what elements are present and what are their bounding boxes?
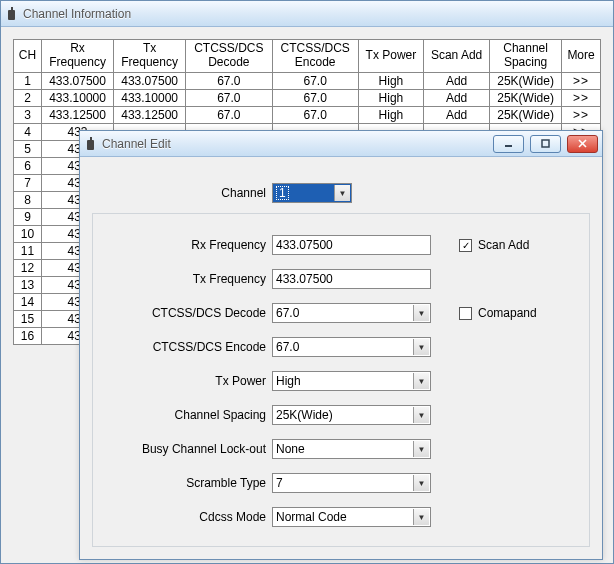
cell-ch: 16 [14,327,42,344]
svg-rect-5 [542,140,549,147]
cell-more: >> [562,72,601,89]
dialog-client: Channel 1 ▼ Rx Frequency 433.07500 ✓Scan… [80,157,602,559]
fieldset-border [92,213,590,547]
minimize-button[interactable] [493,135,524,153]
cell-ch: 8 [14,191,42,208]
cell-ch: 3 [14,106,42,123]
cell-ch: 6 [14,157,42,174]
channel-label: Channel [92,186,272,200]
cell-ch: 1 [14,72,42,89]
hdr-more: More [562,40,601,73]
chevron-down-icon: ▼ [334,185,350,201]
close-button[interactable] [567,135,598,153]
cell-ch: 10 [14,225,42,242]
channel-select[interactable]: 1 ▼ [272,183,352,203]
hdr-decode: CTCSS/DCSDecode [186,40,272,73]
cell-ch: 7 [14,174,42,191]
cell-ch: 11 [14,242,42,259]
maximize-button[interactable] [530,135,561,153]
hdr-scan: Scan Add [424,40,490,73]
cell-ch: 2 [14,89,42,106]
cell-ch: 14 [14,293,42,310]
cell-ch: 5 [14,140,42,157]
dialog-title: Channel Edit [102,137,487,151]
channel-edit-dialog: Channel Edit Channel 1 ▼ Rx Frequency 43… [79,130,603,560]
radio-icon [5,7,19,21]
cell-more: >> [562,89,601,106]
table-row[interactable]: 3433.12500433.1250067.067.0HighAdd25K(Wi… [14,106,601,123]
cell-ch: 15 [14,310,42,327]
svg-rect-3 [90,137,92,141]
channel-select-value: 1 [276,186,289,200]
svg-rect-0 [8,10,15,20]
hdr-ch: CH [14,40,42,73]
cell-ch: 4 [14,123,42,140]
cell-ch: 9 [14,208,42,225]
hdr-power: Tx Power [358,40,423,73]
hdr-rx: RxFrequency [42,40,114,73]
dialog-titlebar[interactable]: Channel Edit [80,131,602,157]
cell-more: >> [562,106,601,123]
hdr-tx: TxFrequency [114,40,186,73]
cell-ch: 12 [14,259,42,276]
table-header-row: CH RxFrequency TxFrequency CTCSS/DCSDeco… [14,40,601,73]
cell-ch: 13 [14,276,42,293]
hdr-spacing: ChannelSpacing [490,40,562,73]
main-title: Channel Information [23,7,609,21]
svg-rect-1 [11,7,13,11]
main-titlebar[interactable]: Channel Information [1,1,613,27]
hdr-encode: CTCSS/DCSEncode [272,40,358,73]
radio-icon [84,137,98,151]
table-row[interactable]: 2433.10000433.1000067.067.0HighAdd25K(Wi… [14,89,601,106]
table-row[interactable]: 1433.07500433.0750067.067.0HighAdd25K(Wi… [14,72,601,89]
svg-rect-2 [87,140,94,150]
